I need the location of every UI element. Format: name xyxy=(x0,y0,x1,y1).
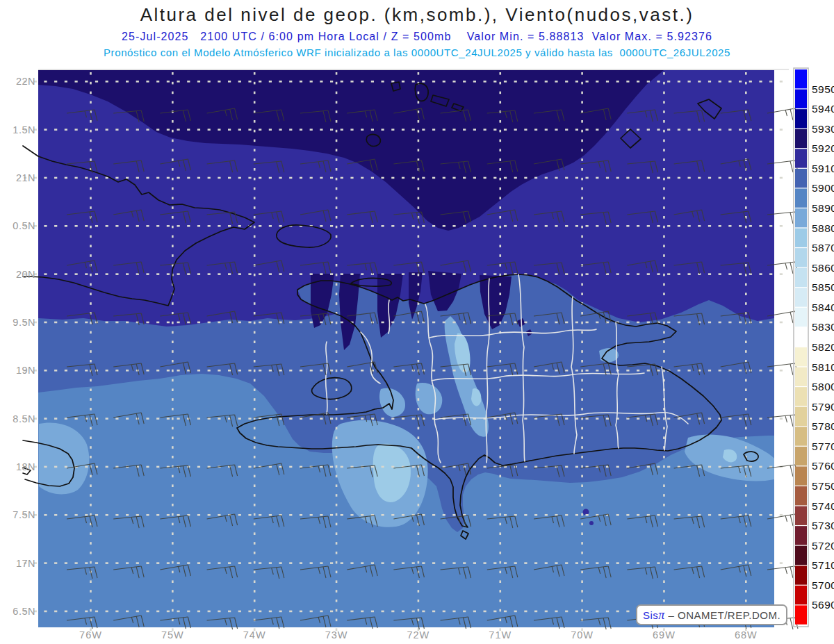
grid-dot xyxy=(254,532,256,535)
grid-dot xyxy=(54,177,57,179)
grid-dot xyxy=(90,101,92,104)
grid-dot xyxy=(499,456,501,459)
grid-dot xyxy=(90,542,92,545)
grid-dot xyxy=(300,81,302,83)
grid-dot xyxy=(504,129,507,131)
grid-dot xyxy=(657,466,660,468)
grid-dot xyxy=(728,562,731,564)
grid-dot xyxy=(402,562,404,564)
grid-dot xyxy=(663,302,665,305)
grid-dot xyxy=(320,273,322,275)
grid-dot xyxy=(177,273,180,275)
grid-dot xyxy=(254,552,256,554)
grid-dot xyxy=(499,72,501,75)
grid-dot xyxy=(156,370,159,372)
grid-dot xyxy=(187,129,190,131)
grid-dot xyxy=(493,273,496,275)
grid-dot xyxy=(581,427,583,430)
grid-dot xyxy=(341,370,343,372)
grid-dot xyxy=(452,81,455,83)
grid-dot xyxy=(172,379,174,382)
colorbar-tick-label: 5800 xyxy=(812,381,834,393)
grid-dot xyxy=(499,619,501,622)
colorbar-tick-label: 5740 xyxy=(812,500,834,512)
grid-dot xyxy=(336,523,338,526)
grid-dot xyxy=(596,129,598,131)
grid-dot xyxy=(418,542,420,545)
grid-dot xyxy=(336,274,338,276)
grid-dot xyxy=(90,484,92,487)
grid-dot xyxy=(75,129,78,131)
grid-dot xyxy=(336,149,338,151)
grid-dot xyxy=(115,81,118,83)
grid-dot xyxy=(136,611,139,613)
grid-dot xyxy=(172,92,174,94)
grid-dot xyxy=(75,514,78,516)
grid-dot xyxy=(44,611,47,613)
grid-dot xyxy=(208,177,211,179)
grid-dot xyxy=(44,370,47,372)
grid-dot xyxy=(499,580,501,583)
grid-dot xyxy=(575,129,578,131)
grid-dot xyxy=(432,225,435,227)
grid-dot xyxy=(90,254,92,257)
grid-dot xyxy=(126,418,129,420)
grid-dot xyxy=(575,611,578,613)
grid-dot xyxy=(238,611,241,613)
grid-dot xyxy=(65,466,67,468)
grid-dot xyxy=(172,456,174,459)
colorbar-tick-label: 5870 xyxy=(812,242,834,254)
grid-dot xyxy=(167,562,170,564)
grid-dot xyxy=(418,302,420,305)
grid-dot xyxy=(514,225,517,227)
grid-dot xyxy=(54,225,57,227)
lat-label: 19N xyxy=(16,365,35,376)
grid-dot xyxy=(678,322,680,324)
grid-dot xyxy=(90,379,92,382)
grid-dot xyxy=(769,322,772,324)
grid-dot xyxy=(418,283,420,286)
grid-dot xyxy=(524,466,527,468)
grid-dot xyxy=(382,562,384,564)
grid-dot xyxy=(391,177,394,179)
grid-dot xyxy=(254,484,256,487)
grid-dot xyxy=(499,101,501,104)
grid-dot xyxy=(75,273,78,275)
grid-dot xyxy=(663,130,665,133)
grid-dot xyxy=(418,340,420,343)
grid-dot xyxy=(555,225,557,227)
grid-dot xyxy=(336,619,338,622)
grid-dot xyxy=(473,322,476,324)
grid-dot xyxy=(443,177,445,179)
colorbar-segment xyxy=(795,308,807,327)
grid-dot xyxy=(228,322,231,324)
grid-dot xyxy=(336,322,338,324)
grid-dot xyxy=(136,225,139,227)
colorbar-segment xyxy=(795,387,807,406)
grid-dot xyxy=(745,446,747,449)
grid-dot xyxy=(279,611,282,613)
grid-dot xyxy=(678,273,680,275)
grid-dot xyxy=(719,81,721,83)
grid-dot xyxy=(336,360,338,363)
grid-dot xyxy=(463,273,466,275)
grid-dot xyxy=(473,514,476,516)
grid-dot xyxy=(514,611,517,613)
grid-dot xyxy=(310,322,313,324)
grid-dot xyxy=(667,129,670,131)
grid-dot xyxy=(115,177,118,179)
grid-dot xyxy=(499,158,501,161)
lon-label: 76W xyxy=(79,629,102,641)
grid-dot xyxy=(657,81,660,83)
grid-dot xyxy=(259,177,261,179)
grid-dot xyxy=(310,418,313,420)
barb-half-feather xyxy=(785,416,787,422)
grid-dot xyxy=(606,562,609,564)
grid-dot xyxy=(330,177,333,179)
grid-dot xyxy=(336,379,338,382)
grid-dot xyxy=(126,81,129,83)
grid-dot xyxy=(581,408,583,411)
colorbar-tick-label: 5730 xyxy=(812,520,834,531)
grid-dot xyxy=(330,466,333,468)
grid-dot xyxy=(254,504,256,506)
